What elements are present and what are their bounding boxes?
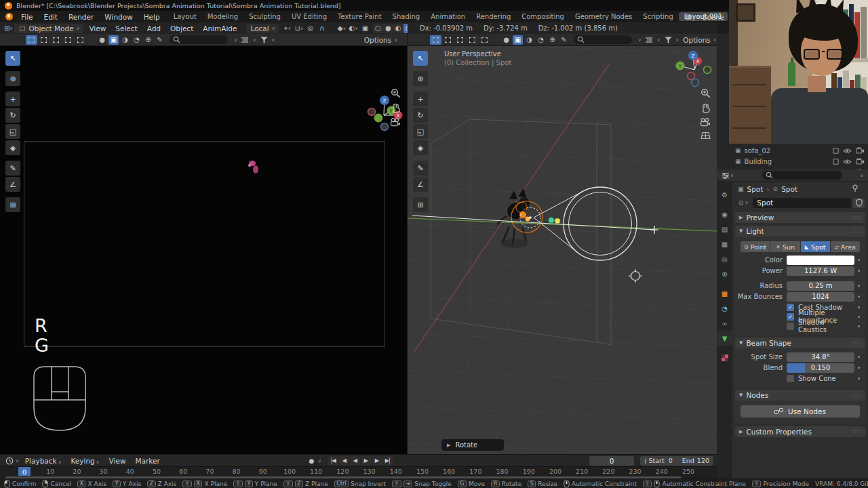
light-type-spot[interactable]: ◣Spot xyxy=(801,241,830,252)
snap-magnet-icon[interactable]: ⊔∨ xyxy=(294,24,304,33)
tweak-select-tool[interactable]: ↖ xyxy=(5,51,20,66)
object-type-world-icon[interactable]: ⊕ xyxy=(143,35,153,45)
jump-to-start-button[interactable]: |◀ xyxy=(328,456,338,466)
xray-toggle-icon[interactable]: ▣ xyxy=(360,24,370,33)
breadcrumb-data[interactable]: Spot xyxy=(781,185,797,193)
visibility-eye-icon[interactable] xyxy=(843,159,852,165)
pan-icon[interactable] xyxy=(391,103,401,113)
viewport-menu-view[interactable]: View xyxy=(84,24,111,33)
timeline-menu-playback[interactable]: Playback ∨ xyxy=(20,457,66,465)
tree-filter-icon[interactable] xyxy=(240,35,250,45)
object-type-visibility-icon[interactable]: ▣ xyxy=(513,35,523,45)
tab-world[interactable]: ⊕ xyxy=(717,266,732,281)
light-type-point[interactable]: ⊙Point xyxy=(741,241,770,252)
visibility-eye-icon[interactable] xyxy=(843,148,852,154)
tab-constraints[interactable]: ∞ xyxy=(717,316,732,331)
tab-physics[interactable]: ◔ xyxy=(717,301,732,316)
viewport-search-input[interactable] xyxy=(574,35,632,44)
rotate-tool[interactable]: ↻ xyxy=(413,108,428,123)
object-type-camera-icon[interactable]: ◔ xyxy=(132,35,142,45)
mode-dropdown[interactable]: ▢ Object Mode∨ xyxy=(14,24,83,33)
select-mode-new[interactable] xyxy=(430,35,441,45)
tab-output[interactable]: ▤ xyxy=(717,222,732,237)
render-visibility-icon[interactable] xyxy=(856,147,865,154)
max-bounces-field[interactable]: 1024 xyxy=(787,292,854,302)
overlays-toggle-icon[interactable]: ◐∨ xyxy=(348,24,359,33)
options-dropdown[interactable]: Options∨ xyxy=(360,35,401,45)
orientation-dropdown[interactable]: Local∨ xyxy=(246,24,279,33)
workspace-tab-geometry-nodes[interactable]: Geometry Nodes xyxy=(570,12,637,21)
workspace-tab-animation[interactable]: Animation xyxy=(425,12,471,21)
menu-window[interactable]: Window xyxy=(99,13,138,21)
annotation-brush-icon[interactable]: ✎ xyxy=(559,35,569,45)
object-type-light-icon[interactable]: ◑ xyxy=(120,35,130,45)
blender-menu-icon[interactable] xyxy=(5,13,13,20)
select-mode-intersect[interactable] xyxy=(75,35,86,45)
perspective-icon[interactable] xyxy=(701,131,711,140)
viewport-menu-animaide[interactable]: AnimAide xyxy=(198,24,241,33)
current-frame-field[interactable]: 0 xyxy=(589,456,634,466)
outliner-row-sofa-02[interactable]: ▣sofa_02 xyxy=(717,145,868,156)
funnel-filter-icon[interactable] xyxy=(259,35,269,45)
pan-icon[interactable] xyxy=(701,103,711,113)
datablock-type-dropdown[interactable]: ⊙∨ xyxy=(736,198,751,208)
add-cube-tool[interactable]: ⊞ xyxy=(413,197,428,212)
render-visibility-icon[interactable] xyxy=(856,158,865,165)
panel-custom-header[interactable]: ▶Custom Properties∷∷ xyxy=(735,426,865,437)
tab-object[interactable]: ■ xyxy=(717,286,732,301)
cast-shadow-checkbox[interactable]: ✓ xyxy=(787,304,794,311)
tab-object-data[interactable]: ▼ xyxy=(717,331,732,346)
camera-view-icon[interactable] xyxy=(700,118,711,127)
handle-yellow[interactable] xyxy=(555,218,560,224)
viewport-menu-object[interactable]: Object xyxy=(165,24,198,33)
workspace-tab-scripting[interactable]: Scripting xyxy=(637,12,678,21)
frame-range[interactable]: Start0 End120 xyxy=(640,456,713,466)
scale-tool[interactable]: ◱ xyxy=(413,124,428,139)
jump-to-end-button[interactable]: ▶| xyxy=(382,456,393,466)
selectability-checkbox[interactable] xyxy=(833,148,839,154)
proportional-editing-icon[interactable]: ◎ xyxy=(305,24,315,33)
move-tool[interactable]: + xyxy=(413,92,428,106)
multiple-importance-checkbox[interactable]: ✓ xyxy=(787,313,794,321)
shading-material-icon[interactable]: ◐ xyxy=(393,24,403,33)
select-mode-new[interactable] xyxy=(26,35,37,45)
cursor-tool[interactable]: ⊕ xyxy=(413,71,428,86)
select-mode-subtract[interactable] xyxy=(50,35,62,45)
scale-tool[interactable]: ◱ xyxy=(5,124,20,139)
tab-tool[interactable]: ⚙ xyxy=(717,187,732,202)
pivot-point-icon[interactable]: ⌖∨ xyxy=(282,24,292,33)
workspace-tab-layout[interactable]: Layout xyxy=(168,12,202,21)
use-nodes-button[interactable]: Use Nodes xyxy=(741,405,860,418)
menu-render[interactable]: Render xyxy=(63,13,99,21)
breadcrumb-object[interactable]: Spot xyxy=(747,185,764,193)
measure-tool[interactable]: ∠ xyxy=(5,177,20,192)
add-cube-tool[interactable]: ⊞ xyxy=(5,197,20,212)
outliner-row-building[interactable]: ▣Building xyxy=(717,156,868,167)
workspace-tab-compositing[interactable]: Compositing xyxy=(516,12,570,21)
tab-render[interactable]: ◉ xyxy=(717,207,732,222)
workspace-tab-uv-editing[interactable]: UV Editing xyxy=(286,12,332,21)
proportional-falloff-icon[interactable]: ∩ xyxy=(317,24,327,33)
operator-panel[interactable]: ▶Rotate xyxy=(441,439,504,451)
scene-selector[interactable]: ▦∨ Scene xyxy=(684,11,724,22)
select-mode-extend[interactable] xyxy=(38,35,50,45)
datablock-name-input[interactable]: Spot xyxy=(753,198,851,208)
move-tool[interactable]: + xyxy=(5,92,20,106)
gizmo-dropdown-caret[interactable]: ∨ xyxy=(638,37,642,43)
annotation-brush-icon[interactable]: ✎ xyxy=(155,35,165,45)
options-dropdown[interactable]: Options∨ xyxy=(679,35,720,45)
viewport-menu-select[interactable]: Select xyxy=(111,24,142,33)
tree-filter-icon[interactable] xyxy=(644,35,654,45)
workspace-tab-texture-paint[interactable]: Texture Paint xyxy=(332,12,387,21)
rotate-tool[interactable]: ↻ xyxy=(5,108,20,123)
tab-texture[interactable] xyxy=(717,350,732,365)
properties-search-input[interactable] xyxy=(762,171,842,180)
power-field[interactable]: 1127.6 W xyxy=(787,266,854,276)
handle-green[interactable] xyxy=(549,218,554,223)
right-nav-gizmo[interactable]: X Z Y xyxy=(676,51,711,87)
annotate-tool[interactable]: ✎ xyxy=(5,161,20,176)
tweak-select-tool[interactable]: ↖ xyxy=(413,51,428,66)
panel-beam-header[interactable]: ▼Beam Shape∷∷ xyxy=(735,338,865,348)
zoom-icon[interactable] xyxy=(391,88,401,98)
pin-icon[interactable] xyxy=(852,184,859,194)
